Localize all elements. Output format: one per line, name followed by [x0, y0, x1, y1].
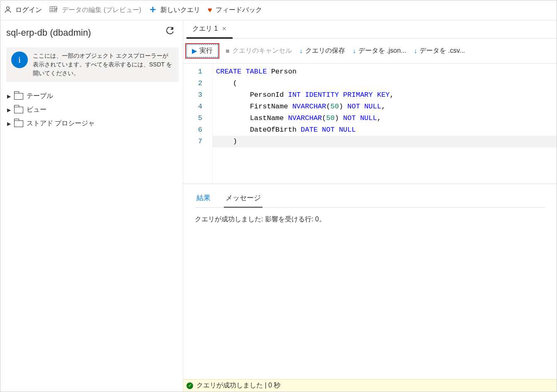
tab-label: クエリ 1 [192, 24, 218, 33]
tree-item[interactable]: ▶ビュー [6, 103, 179, 117]
caret-right-icon: ▶ [7, 93, 11, 99]
folder-icon [14, 107, 23, 113]
caret-right-icon: ▶ [7, 121, 11, 127]
download-icon: ↓ [414, 47, 417, 55]
run-button[interactable]: ▶ 実行 [186, 44, 218, 57]
database-title: sql-erp-db (dbadmin) [6, 27, 91, 38]
status-bar: ✓ クエリが成功しました | 0 秒 [183, 379, 557, 392]
feedback-button[interactable]: ♥ フィードバック [208, 6, 262, 15]
tree-item-label: テーブル [27, 92, 53, 100]
folder-icon [14, 120, 23, 127]
info-icon: i [11, 51, 28, 68]
edit-data-label: データの編集 (プレビュー) [62, 6, 141, 15]
grid-edit-icon [49, 5, 59, 15]
download-icon: ↓ [299, 47, 303, 55]
download-icon: ↓ [353, 47, 356, 55]
refresh-icon [165, 29, 174, 38]
tab-results[interactable]: 結果 [195, 190, 212, 207]
stop-icon: ■ [226, 47, 230, 55]
code-line[interactable]: PersonId INT IDENTITY PRIMARY KEY, [213, 89, 557, 101]
run-label: 実行 [199, 47, 213, 55]
info-text: ここには、一部のオブジェクト エクスプローラーが表示されています。すべてを表示す… [33, 51, 174, 78]
tree-item-label: ストアド プロシージャ [27, 119, 95, 128]
editor-code[interactable]: CREATE TABLE Person ( PersonId INT IDENT… [212, 64, 557, 184]
save-query-button[interactable]: ↓ クエリの保存 [299, 47, 345, 55]
feedback-label: フィードバック [216, 6, 262, 15]
code-line[interactable]: LastName NVARCHAR(50) NOT NULL, [213, 113, 557, 124]
export-csv-label: データを .csv... [420, 47, 465, 55]
status-text: クエリが成功しました | 0 秒 [196, 381, 280, 390]
query-tabs: クエリ 1 ✕ [183, 20, 557, 39]
tab-query-1[interactable]: クエリ 1 ✕ [186, 20, 233, 39]
sidebar: sql-erp-db (dbadmin) i ここには、一部のオブジェクト エク… [0, 20, 183, 392]
editor-gutter: 1234567 [183, 64, 212, 184]
object-tree: ▶テーブル▶ビュー▶ストアド プロシージャ [6, 89, 179, 130]
new-query-label: 新しいクエリ [160, 6, 200, 15]
save-label: クエリの保存 [305, 47, 345, 55]
cancel-query-button: ■ クエリのキャンセル [226, 47, 292, 55]
code-line[interactable]: ) [213, 136, 557, 147]
tree-item-label: ビュー [27, 105, 47, 114]
tab-messages[interactable]: メッセージ [224, 190, 263, 208]
edit-data-button[interactable]: データの編集 (プレビュー) [49, 5, 141, 15]
heart-icon: ♥ [208, 6, 212, 15]
login-button[interactable]: ログイン [4, 5, 42, 15]
code-line[interactable]: ( [213, 78, 557, 89]
query-action-bar: ▶ 実行 ■ クエリのキャンセル ↓ クエリの保存 ↓ データを .json..… [183, 39, 557, 64]
result-message: クエリが成功しました: 影響を受ける行: 0。 [195, 215, 545, 224]
results-pane: 結果 メッセージ クエリが成功しました: 影響を受ける行: 0。 [183, 184, 557, 379]
login-label: ログイン [15, 6, 42, 15]
result-tabs: 結果 メッセージ [195, 190, 545, 208]
sidebar-header: sql-erp-db (dbadmin) [6, 27, 179, 38]
export-csv-button[interactable]: ↓ データを .csv... [414, 47, 465, 55]
refresh-button[interactable] [165, 27, 179, 38]
info-box: i ここには、一部のオブジェクト エクスプローラーが表示されています。すべてを表… [6, 47, 179, 82]
code-line[interactable]: DateOfBirth DATE NOT NULL [213, 124, 557, 136]
caret-right-icon: ▶ [7, 107, 11, 113]
svg-point-0 [7, 7, 10, 10]
tree-item[interactable]: ▶テーブル [6, 89, 179, 103]
new-query-button[interactable]: 新しいクエリ [149, 5, 200, 15]
success-check-icon: ✓ [186, 382, 193, 389]
code-line[interactable]: CREATE TABLE Person [213, 66, 557, 78]
user-icon [4, 5, 12, 15]
play-icon: ▶ [192, 47, 197, 55]
plus-icon [149, 5, 157, 15]
right-pane: クエリ 1 ✕ ▶ 実行 ■ クエリのキャンセル ↓ クエリの保存 ↓ データを… [183, 20, 557, 392]
export-json-button[interactable]: ↓ データを .json... [353, 47, 407, 55]
tree-item[interactable]: ▶ストアド プロシージャ [6, 117, 179, 130]
top-toolbar: ログイン データの編集 (プレビュー) 新しいクエリ ♥ フィードバック [0, 0, 557, 20]
sql-editor[interactable]: 1234567 CREATE TABLE Person ( PersonId I… [183, 64, 557, 184]
main-split: sql-erp-db (dbadmin) i ここには、一部のオブジェクト エク… [0, 20, 557, 392]
cancel-label: クエリのキャンセル [232, 47, 292, 55]
close-icon[interactable]: ✕ [222, 25, 227, 32]
export-json-label: データを .json... [358, 47, 407, 55]
folder-icon [14, 93, 23, 100]
code-line[interactable]: FirstName NVARCHAR(50) NOT NULL, [213, 101, 557, 113]
